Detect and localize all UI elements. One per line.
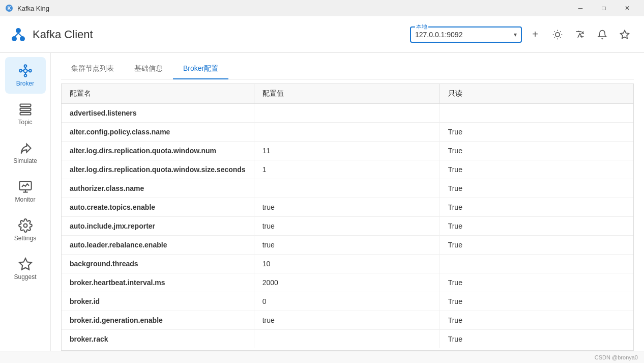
cell-config-readonly: True (440, 292, 633, 311)
add-server-button[interactable]: + (526, 25, 544, 44)
broker-label: Broker (16, 80, 34, 87)
svg-rect-26 (20, 104, 31, 107)
cell-config-readonly: True (440, 311, 633, 330)
svg-rect-27 (20, 108, 31, 111)
cell-config-name: auto.create.topics.enable (62, 198, 254, 217)
titlebar-controls: ─ □ ✕ (569, 0, 639, 16)
col-header-name: 配置名 (62, 84, 254, 104)
kafka-logo (10, 26, 26, 43)
tabs: 集群节点列表 基础信息 Broker配置 (61, 53, 634, 79)
brightness-button[interactable] (548, 25, 567, 44)
table-row: background.threads 10 (62, 255, 633, 273)
svg-line-6 (18, 33, 22, 37)
topic-icon (18, 102, 33, 117)
tab-basic[interactable]: 基础信息 (124, 59, 173, 79)
svg-line-5 (15, 33, 18, 37)
titlebar-left: K Kafka King (5, 4, 49, 12)
cell-config-readonly: True (440, 217, 633, 236)
sidebar-item-settings[interactable]: Settings (5, 212, 46, 248)
app-title: Kafka King (17, 5, 49, 12)
tab-broker-config[interactable]: Broker配置 (173, 59, 228, 79)
svg-point-3 (12, 36, 17, 41)
table-row: auto.include.jmx.reporter true True (62, 217, 633, 236)
table-row: alter.log.dirs.replication.quota.window.… (62, 142, 633, 160)
cell-config-name: background.threads (62, 255, 254, 273)
table-row: advertised.listeners (62, 104, 633, 123)
cell-config-value (254, 179, 440, 198)
svg-point-17 (23, 69, 27, 73)
sidebar-item-monitor[interactable]: Monitor (5, 173, 46, 210)
table-header-row: 配置名 配置值 只读 (62, 84, 633, 104)
server-selector[interactable]: 本地 127.0.0.1:9092 ▾ (410, 26, 522, 43)
svg-marker-33 (19, 258, 31, 269)
cell-config-value: 11 (254, 142, 440, 160)
monitor-icon (18, 180, 33, 194)
monitor-label: Monitor (15, 196, 35, 203)
header-title: Kafka Client (33, 28, 93, 41)
maximize-button[interactable]: □ (592, 0, 616, 16)
minimize-button[interactable]: ─ (569, 0, 592, 16)
table-row: broker.rack True (62, 330, 633, 349)
app-icon: K (5, 4, 13, 12)
cell-config-name: broker.rack (62, 330, 254, 349)
cell-config-readonly: True (440, 160, 633, 179)
cell-config-value (254, 104, 440, 123)
footer-credit: CSDN @bronya0 (595, 354, 638, 360)
cell-config-name: alter.log.dirs.replication.quota.window.… (62, 160, 254, 179)
cell-config-name: broker.id (62, 292, 254, 311)
svg-point-32 (23, 224, 27, 228)
table-row: auto.create.topics.enable true True (62, 198, 633, 217)
translate-button[interactable] (571, 25, 589, 44)
cell-config-value (254, 123, 440, 142)
cell-config-readonly (440, 255, 633, 273)
settings-icon (18, 218, 33, 233)
server-label: 本地 (415, 23, 428, 31)
cell-config-name: auto.leader.rebalance.enable (62, 236, 254, 255)
header-right: 本地 127.0.0.1:9092 ▾ + (410, 25, 634, 44)
star-button[interactable] (616, 25, 634, 44)
server-select-input[interactable]: 127.0.0.1:9092 (415, 29, 517, 41)
cell-config-value: true (254, 236, 440, 255)
suggest-icon (18, 257, 33, 271)
app-container: Kafka Client 本地 127.0.0.1:9092 ▾ + (0, 16, 644, 363)
cell-config-readonly: True (440, 273, 633, 292)
cell-config-readonly: True (440, 142, 633, 160)
cell-config-readonly: True (440, 236, 633, 255)
col-header-value: 配置值 (254, 84, 440, 104)
svg-point-18 (24, 65, 26, 67)
translate-icon (575, 30, 585, 40)
cell-config-readonly (440, 104, 633, 123)
table-row: broker.id.generation.enable true True (62, 311, 633, 330)
svg-rect-28 (20, 113, 31, 115)
cell-config-value: true (254, 217, 440, 236)
notification-button[interactable] (593, 25, 611, 44)
star-icon (620, 30, 630, 40)
table-body: advertised.listeners alter.config.policy… (62, 104, 633, 349)
cell-config-value (254, 330, 440, 349)
close-button[interactable]: ✕ (616, 0, 639, 16)
config-table-wrapper[interactable]: 配置名 配置值 只读 advertised.listeners alter.co… (61, 83, 634, 351)
cell-config-readonly: True (440, 123, 633, 142)
titlebar: K Kafka King ─ □ ✕ (0, 0, 644, 16)
simulate-label: Simulate (13, 157, 37, 164)
table-row: alter.log.dirs.replication.quota.window.… (62, 160, 633, 179)
sidebar-item-broker[interactable]: Broker (5, 57, 46, 94)
svg-point-21 (29, 70, 32, 72)
cell-config-value: true (254, 198, 440, 217)
sidebar-item-suggest[interactable]: Suggest (5, 250, 46, 287)
sidebar-item-simulate[interactable]: Simulate (5, 134, 46, 171)
col-header-readonly: 只读 (440, 84, 633, 104)
brightness-icon (552, 30, 563, 40)
cell-config-name: broker.id.generation.enable (62, 311, 254, 330)
svg-point-20 (19, 70, 22, 72)
cell-config-name: auto.include.jmx.reporter (62, 217, 254, 236)
table-row: alter.config.policy.class.name True (62, 123, 633, 142)
tab-cluster[interactable]: 集群节点列表 (61, 59, 124, 79)
table-row: authorizer.class.name True (62, 179, 633, 198)
svg-line-11 (560, 37, 561, 38)
content-area: 集群节点列表 基础信息 Broker配置 配置名 配置值 只读 adver (51, 53, 644, 351)
cell-config-readonly: True (440, 179, 633, 198)
sidebar-item-topic[interactable]: Topic (5, 96, 46, 132)
suggest-label: Suggest (14, 273, 36, 281)
svg-text:K: K (7, 6, 11, 11)
